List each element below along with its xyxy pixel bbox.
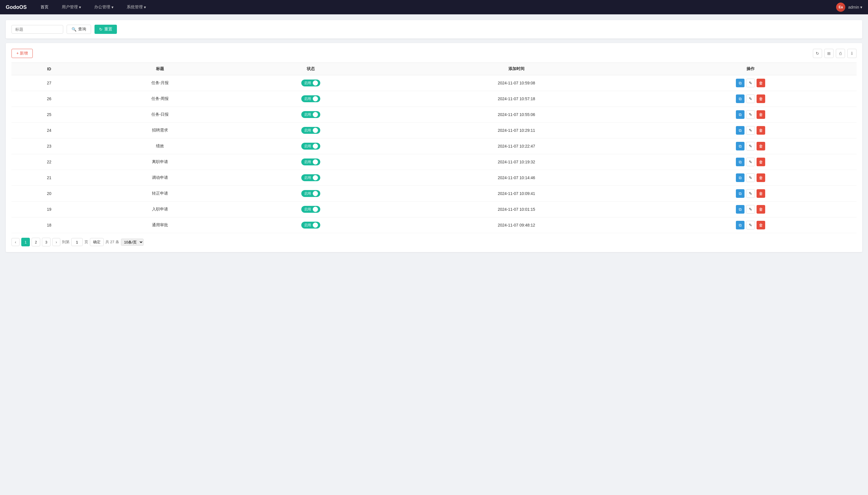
delete-button[interactable]: 🗑 xyxy=(756,173,765,182)
cell-time: 2024-11-07 10:14:46 xyxy=(388,170,645,186)
delete-icon: 🗑 xyxy=(759,207,763,211)
cell-status: 启用 xyxy=(233,107,388,123)
delete-button[interactable]: 🗑 xyxy=(756,79,765,87)
query-button[interactable]: 🔍 查询 xyxy=(67,25,91,34)
edit-icon: ✎ xyxy=(749,175,752,180)
copy-button[interactable]: ⧉ xyxy=(736,189,745,198)
copy-button[interactable]: ⧉ xyxy=(736,110,745,119)
copy-button[interactable]: ⧉ xyxy=(736,126,745,135)
status-toggle[interactable]: 启用 xyxy=(301,222,320,228)
status-toggle[interactable]: 启用 xyxy=(301,190,320,197)
cell-time: 2024-11-07 10:01:15 xyxy=(388,202,645,217)
goto-confirm-button[interactable]: 确定 xyxy=(90,238,104,246)
edit-button[interactable]: ✎ xyxy=(746,142,755,151)
toggle-circle xyxy=(313,159,318,165)
title-search-input[interactable] xyxy=(12,25,63,34)
delete-button[interactable]: 🗑 xyxy=(756,205,765,214)
next-page-button[interactable]: › xyxy=(52,238,60,246)
delete-button[interactable]: 🗑 xyxy=(756,110,765,119)
cell-id: 25 xyxy=(12,107,87,123)
delete-button[interactable]: 🗑 xyxy=(756,95,765,103)
cell-status: 启用 xyxy=(233,217,388,233)
copy-icon: ⧉ xyxy=(739,207,742,212)
edit-button[interactable]: ✎ xyxy=(746,158,755,166)
layout-button[interactable]: ⊞ xyxy=(824,49,834,58)
copy-icon: ⧉ xyxy=(739,81,742,86)
page-goto: 到第 页 确定 xyxy=(62,238,104,246)
delete-button[interactable]: 🗑 xyxy=(756,221,765,229)
edit-button[interactable]: ✎ xyxy=(746,189,755,198)
delete-button[interactable]: 🗑 xyxy=(756,126,765,135)
total-info: 共 27 条 xyxy=(105,239,119,245)
cell-title: 任务-周报 xyxy=(87,91,233,107)
nav-user-mgmt[interactable]: 用户管理 ▾ xyxy=(59,3,83,11)
print-icon: ⎙ xyxy=(839,51,841,56)
copy-button[interactable]: ⧉ xyxy=(736,205,745,214)
copy-button[interactable]: ⧉ xyxy=(736,142,745,151)
nav-office-mgmt[interactable]: 办公管理 ▾ xyxy=(92,3,116,11)
table-row: 19 入职申请 启用 2024-11-07 10:01:15 ⧉ ✎ xyxy=(12,202,856,217)
edit-button[interactable]: ✎ xyxy=(746,126,755,135)
status-label: 启用 xyxy=(304,160,311,165)
action-buttons: ⧉ ✎ 🗑 xyxy=(649,221,852,229)
avatar: Ea xyxy=(836,3,845,12)
delete-icon: 🗑 xyxy=(759,175,763,180)
nav-home[interactable]: 首页 xyxy=(38,3,51,11)
refresh-table-button[interactable]: ↻ xyxy=(813,49,822,58)
page-2-button[interactable]: 2 xyxy=(32,238,40,246)
status-label: 启用 xyxy=(304,223,311,228)
delete-button[interactable]: 🗑 xyxy=(756,189,765,198)
edit-button[interactable]: ✎ xyxy=(746,205,755,214)
status-toggle[interactable]: 启用 xyxy=(301,127,320,134)
export-button[interactable]: ⇩ xyxy=(847,49,856,58)
copy-button[interactable]: ⧉ xyxy=(736,221,745,229)
cell-title: 转正申请 xyxy=(87,186,233,202)
add-button[interactable]: + 新增 xyxy=(12,49,33,58)
table-row: 25 任务-日报 启用 2024-11-07 10:55:06 ⧉ ✎ xyxy=(12,107,856,123)
edit-button[interactable]: ✎ xyxy=(746,173,755,182)
status-toggle[interactable]: 启用 xyxy=(301,111,320,118)
admin-label[interactable]: admin ▾ xyxy=(848,5,862,10)
cell-time: 2024-11-07 10:59:08 xyxy=(388,75,645,91)
copy-button[interactable]: ⧉ xyxy=(736,79,745,87)
edit-button[interactable]: ✎ xyxy=(746,221,755,229)
print-button[interactable]: ⎙ xyxy=(836,49,845,58)
status-toggle[interactable]: 启用 xyxy=(301,80,320,86)
status-label: 启用 xyxy=(304,191,311,196)
edit-button[interactable]: ✎ xyxy=(746,110,755,119)
cell-title: 调动申请 xyxy=(87,170,233,186)
status-toggle[interactable]: 启用 xyxy=(301,206,320,213)
delete-icon: 🗑 xyxy=(759,128,763,133)
page-1-button[interactable]: 1 xyxy=(21,238,30,246)
col-title: 标题 xyxy=(87,63,233,75)
edit-icon: ✎ xyxy=(749,223,752,227)
delete-button[interactable]: 🗑 xyxy=(756,142,765,151)
table-row: 18 通用审批 启用 2024-11-07 09:48:12 ⧉ ✎ xyxy=(12,217,856,233)
prev-page-button[interactable]: ‹ xyxy=(12,238,19,246)
table-row: 23 绩效 启用 2024-11-07 10:22:47 ⧉ ✎ xyxy=(12,138,856,154)
copy-button[interactable]: ⧉ xyxy=(736,95,745,103)
cell-status: 启用 xyxy=(233,123,388,138)
status-toggle[interactable]: 启用 xyxy=(301,143,320,150)
edit-button[interactable]: ✎ xyxy=(746,79,755,87)
copy-icon: ⧉ xyxy=(739,144,742,149)
copy-button[interactable]: ⧉ xyxy=(736,158,745,166)
goto-input[interactable] xyxy=(71,238,83,246)
status-toggle[interactable]: 启用 xyxy=(301,158,320,165)
status-label: 启用 xyxy=(304,144,311,149)
reset-button[interactable]: ↻ 重置 xyxy=(95,25,117,34)
page-size-select[interactable]: 10条/页 20条/页 50条/页 xyxy=(121,239,143,246)
edit-button[interactable]: ✎ xyxy=(746,95,755,103)
cell-title: 离职申请 xyxy=(87,154,233,170)
page-3-button[interactable]: 3 xyxy=(42,238,51,246)
cell-title: 任务-月报 xyxy=(87,75,233,91)
delete-icon: 🗑 xyxy=(759,144,763,149)
delete-button[interactable]: 🗑 xyxy=(756,158,765,166)
copy-icon: ⧉ xyxy=(739,112,742,117)
status-toggle[interactable]: 启用 xyxy=(301,95,320,102)
toolbar-right: ↻ ⊞ ⎙ ⇩ xyxy=(813,49,856,58)
status-toggle[interactable]: 启用 xyxy=(301,174,320,181)
nav-sys-mgmt[interactable]: 系统管理 ▾ xyxy=(124,3,148,11)
copy-button[interactable]: ⧉ xyxy=(736,173,745,182)
cell-title: 绩效 xyxy=(87,138,233,154)
